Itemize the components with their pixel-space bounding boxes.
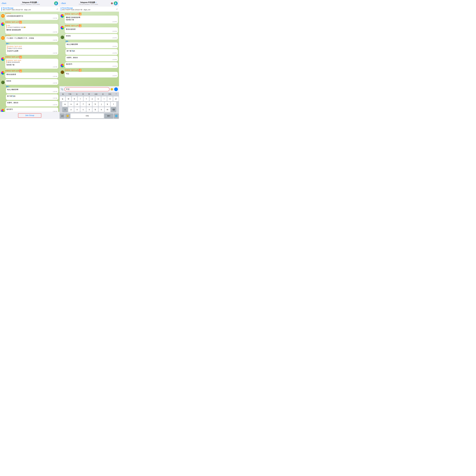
right-pinned-message[interactable]: Pinned Message 想玩 ChatGPT 机器人的去这个群：@gpt_… xyxy=(60,6,119,12)
left-chat-area: KA Asd Kiss 120G我觉得你都用不完 2:33 PM 胖虎科技 飞机… xyxy=(0,12,59,112)
left-bottom-bar: Join Group xyxy=(0,112,59,119)
kb-key-l[interactable]: l xyxy=(111,102,116,107)
left-pinned-text: 想玩 ChatGPT 机器人的去这个群：@gpt_user xyxy=(3,9,56,11)
right-message-7: 他问美号 2:36 PM xyxy=(61,62,118,68)
right-pinned-label: Pinned Message xyxy=(62,7,115,9)
kb-key-d[interactable]: d xyxy=(74,102,80,107)
suggestion-7[interactable]: 的 xyxy=(102,93,104,95)
right-message-5: 那个要✈️的 2:35 PM xyxy=(61,49,118,55)
left-quote-2: 老妖 在共续天天被那群老六忽悠😂 xyxy=(6,25,57,29)
right-time-3: 2:35 PM xyxy=(66,37,117,39)
kb-globe-key[interactable]: 🌐 xyxy=(114,114,119,118)
kb-key-q[interactable]: q xyxy=(60,97,65,101)
kb-key-u[interactable]: u xyxy=(95,97,101,101)
kb-bottom-row: 123 😊 空格 换行 🌐 xyxy=(60,113,119,119)
right-bubble-5: 那个要✈️的 2:35 PM xyxy=(66,49,118,55)
kb-key-f[interactable]: f xyxy=(80,102,86,107)
left-bubble-wrap-3: Asd Kiss 个人觉得一个人用能用三个月，15块钱 2:34 PM xyxy=(5,35,58,42)
left-back-button[interactable]: ‹ Back xyxy=(1,2,6,4)
join-group-button[interactable]: Join Group xyxy=(18,113,41,118)
suggestion-3[interactable]: 名 xyxy=(76,93,78,95)
suggestion-6[interactable]: 名称 xyxy=(94,93,98,95)
kb-key-b[interactable]: b xyxy=(93,107,98,112)
message-input[interactable] xyxy=(64,87,109,91)
right-seller-badge-8: 一手号商 xyxy=(79,69,81,72)
left-verified-icon: ✓ xyxy=(37,2,38,3)
left-pinned-content: Pinned Message 想玩 ChatGPT 机器人的去这个群：@gpt_… xyxy=(3,7,56,11)
right-time-7: 2:36 PM xyxy=(66,66,117,67)
kb-key-m[interactable]: m xyxy=(105,107,110,112)
kb-key-j[interactable]: j xyxy=(99,102,104,107)
left-avatar-3: KA xyxy=(1,36,5,40)
left-group-avatar[interactable] xyxy=(54,1,58,5)
suggestion-4[interactable]: 系 xyxy=(82,93,84,95)
left-bubble-wrap-5: 胖虎科技 飞机号 QQ号 一手号商 胖虎科技 飞机号 QQ号 哪种群 装B佬很多… xyxy=(5,56,58,69)
left-sender-8: 老妖 ✓ xyxy=(6,86,58,87)
emoji-button[interactable]: 🙂 xyxy=(110,88,113,91)
right-message-6: 你要吗，推给你 2:35 PM xyxy=(61,56,118,61)
suggestion-8[interactable]: 系统 xyxy=(108,93,112,95)
right-header: ‹ Back Telegram 中文社群 ✓ 178,218 members, … xyxy=(60,0,119,6)
kb-key-n[interactable]: n xyxy=(99,107,104,112)
left-bubble-10: 你要吗，推给你 2:35 PM xyxy=(6,101,58,106)
kb-emoji-key[interactable]: 😊 xyxy=(65,114,70,118)
right-back-button[interactable]: ‹ Back xyxy=(61,2,66,4)
left-sender-2: 胖虎科技 飞机号 QQ号 一手号商 xyxy=(5,21,58,24)
kb-key-i[interactable]: i xyxy=(101,97,107,101)
left-bubble-wrap-9: 那个要✈️的 2:35 PM xyxy=(6,94,58,100)
kb-space-key[interactable]: 空格 xyxy=(71,114,104,118)
kb-key-k[interactable]: k xyxy=(105,102,110,107)
attach-button[interactable]: 📎 xyxy=(61,88,64,91)
right-input-bar: 📎 🙂 ↑ xyxy=(60,86,119,92)
kb-row-1: q w e r t y u i o p xyxy=(60,97,119,101)
right-bubble-8: 可以 2:36 PM xyxy=(65,72,118,78)
svg-point-0 xyxy=(56,2,56,3)
kb-key-v[interactable]: v xyxy=(86,107,92,112)
kb-key-y[interactable]: y xyxy=(90,97,95,101)
left-verified-8: ✓ xyxy=(9,86,10,87)
kb-key-g[interactable]: g xyxy=(86,102,92,107)
kb-key-c[interactable]: c xyxy=(80,107,86,112)
kb-key-p[interactable]: p xyxy=(113,97,119,101)
kb-return-key[interactable]: 换行 xyxy=(104,114,113,118)
left-seller-badge-2: 一手号商 xyxy=(19,21,22,24)
right-title: Telegram 中文社群 ✓ xyxy=(67,1,110,3)
left-avatar-11 xyxy=(1,109,5,112)
kb-key-r[interactable]: r xyxy=(78,97,83,101)
left-time-3: 2:34 PM xyxy=(6,39,57,41)
right-bubble-3: 哈哈哈 2:35 PM xyxy=(65,34,118,40)
send-button[interactable]: ↑ xyxy=(114,87,118,91)
left-sender-1: Asd Kiss xyxy=(5,13,58,14)
kb-key-e[interactable]: e xyxy=(72,97,77,101)
right-bubble-7: 他问美号 2:36 PM xyxy=(65,62,118,68)
suggestions-expand-icon[interactable]: ∨ xyxy=(116,93,117,95)
left-message-1: KA Asd Kiss 120G我觉得你都用不完 2:33 PM xyxy=(1,13,58,20)
left-pinned-message[interactable]: Pinned Message 想玩 ChatGPT 机器人的去这个群：@gpt_… xyxy=(0,6,59,12)
left-avatar-1: KA xyxy=(1,14,5,18)
left-pinned-filter-icon[interactable]: ⇌ xyxy=(56,8,58,10)
right-message-8: 胖虎科技 飞机号 QQ号 一手号商 可以 2:36 PM xyxy=(61,69,118,78)
suggestion-5[interactable]: 网 xyxy=(88,93,90,95)
right-pinned-filter-icon[interactable]: ⇌ xyxy=(116,8,118,10)
right-header-right: 🔇 xyxy=(111,1,118,5)
kb-key-t[interactable]: t xyxy=(84,97,89,101)
suggestion-2[interactable]: 字幕 xyxy=(68,93,72,95)
right-bubble-wrap-6: 你要吗，推给你 2:35 PM xyxy=(66,56,118,61)
kb-key-h[interactable]: h xyxy=(93,102,98,107)
kb-key-w[interactable]: w xyxy=(66,97,71,101)
kb-backspace-key[interactable]: ⌫ xyxy=(111,107,116,112)
left-avatar-2 xyxy=(1,22,5,26)
right-back-chevron-icon: ‹ xyxy=(61,2,62,4)
kb-key-o[interactable]: o xyxy=(107,97,113,101)
kb-key-z[interactable]: z xyxy=(68,107,74,112)
left-bubble-wrap-6: 胖虎科技 飞机号 QQ号 一手号商 看你比较靠谱 2:35 PM xyxy=(5,69,58,78)
kb-num-key[interactable]: 123 xyxy=(60,114,65,118)
left-sender-3: Asd Kiss xyxy=(5,35,58,36)
kb-shift-key[interactable]: ⇧ xyxy=(62,107,68,112)
kb-key-a[interactable]: a xyxy=(62,102,68,107)
kb-key-x[interactable]: x xyxy=(74,107,80,112)
suggestion-1[interactable]: 版 xyxy=(62,93,64,95)
right-mute-icon[interactable]: 🔇 xyxy=(111,2,113,4)
right-group-avatar[interactable] xyxy=(114,1,118,5)
kb-key-s[interactable]: s xyxy=(68,102,74,107)
